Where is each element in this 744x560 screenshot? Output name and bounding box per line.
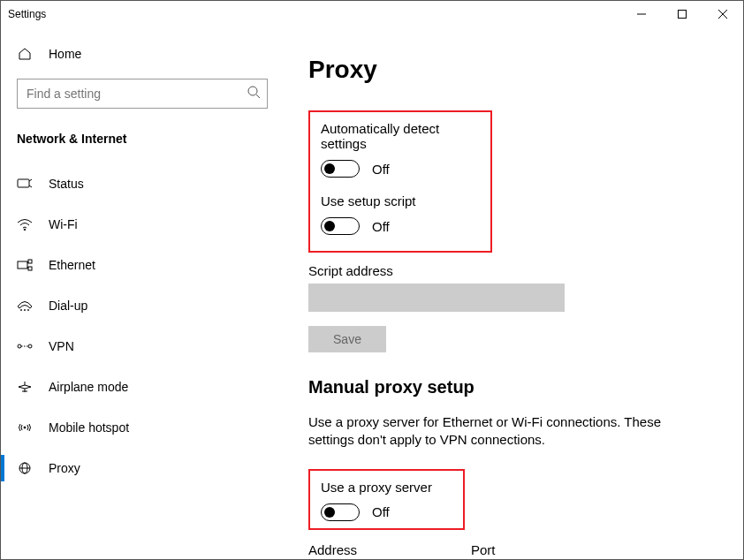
maximize-button[interactable]: [662, 1, 702, 27]
home-label: Home: [49, 47, 81, 61]
svg-rect-10: [18, 261, 27, 269]
window-controls: [621, 1, 743, 27]
nav-label: VPN: [49, 339, 74, 353]
section-title: Network & Internet: [1, 125, 284, 158]
svg-point-16: [25, 310, 26, 311]
content-pane: Proxy Automatically detect settings Off …: [284, 27, 743, 559]
use-proxy-state: Off: [372, 504, 390, 519]
status-icon: [17, 178, 33, 190]
use-proxy-toggle[interactable]: [321, 503, 360, 521]
svg-rect-6: [18, 179, 29, 187]
svg-point-19: [28, 344, 32, 348]
svg-line-5: [256, 95, 260, 98]
search-input[interactable]: [17, 79, 268, 109]
page-title: Proxy: [308, 56, 718, 84]
maximize-icon: [678, 10, 687, 19]
manual-heading: Manual proxy setup: [308, 377, 718, 397]
nav-label: Airplane mode: [49, 380, 128, 394]
search-wrap: [17, 79, 268, 109]
sidebar-item-status[interactable]: Status: [1, 163, 284, 204]
svg-point-18: [18, 344, 21, 348]
sidebar-item-ethernet[interactable]: Ethernet: [1, 245, 284, 285]
proxy-icon: [17, 462, 33, 474]
close-icon: [718, 10, 727, 19]
titlebar: Settings: [1, 1, 743, 27]
svg-point-21: [24, 427, 26, 428]
port-label: Port: [471, 542, 533, 557]
svg-point-17: [28, 310, 29, 311]
sidebar-item-proxy[interactable]: Proxy: [1, 448, 284, 488]
setup-script-toggle[interactable]: [321, 217, 360, 235]
sidebar-item-hotspot[interactable]: Mobile hotspot: [1, 407, 284, 448]
address-label: Address: [308, 542, 441, 557]
manual-description: Use a proxy server for Ethernet or Wi-Fi…: [308, 413, 697, 450]
script-address-input[interactable]: [308, 284, 565, 312]
svg-point-9: [24, 229, 26, 231]
nav-label: Mobile hotspot: [49, 420, 129, 435]
sidebar: Home Network & Internet Status Wi-Fi: [1, 27, 284, 559]
close-button[interactable]: [702, 1, 743, 27]
auto-detect-state: Off: [372, 162, 390, 177]
wifi-icon: [17, 218, 33, 231]
svg-point-4: [248, 87, 257, 95]
auto-detect-toggle[interactable]: [321, 160, 360, 178]
sidebar-item-airplane[interactable]: Airplane mode: [1, 367, 284, 407]
sidebar-item-vpn[interactable]: VPN: [1, 326, 284, 367]
dialup-icon: [17, 299, 33, 312]
nav-label: Ethernet: [49, 258, 95, 272]
nav-label: Proxy: [49, 461, 80, 475]
nav-label: Wi-Fi: [49, 217, 78, 231]
airplane-icon: [17, 381, 33, 393]
home-icon: [17, 47, 33, 61]
hotspot-icon: [17, 421, 33, 434]
svg-point-15: [21, 310, 22, 311]
minimize-button[interactable]: [621, 1, 662, 27]
nav-label: Status: [49, 177, 84, 191]
svg-rect-11: [28, 260, 32, 263]
vpn-icon: [17, 340, 33, 352]
nav-list: Status Wi-Fi Ethernet Dial-up VPN: [1, 163, 284, 488]
script-address-label: Script address: [308, 263, 718, 278]
use-proxy-label: Use a proxy server: [321, 480, 452, 495]
nav-label: Dial-up: [49, 299, 87, 313]
ethernet-icon: [17, 259, 33, 271]
sidebar-item-wifi[interactable]: Wi-Fi: [1, 204, 284, 245]
highlight-proxy-server: Use a proxy server Off: [308, 469, 465, 530]
search-icon: [247, 85, 261, 102]
settings-window: Settings Home: [0, 0, 744, 560]
window-title: Settings: [8, 8, 46, 20]
sidebar-item-dialup[interactable]: Dial-up: [1, 285, 284, 326]
svg-rect-1: [679, 11, 687, 19]
save-button[interactable]: Save: [308, 326, 386, 352]
auto-detect-label: Automatically detect settings: [321, 121, 480, 151]
home-link[interactable]: Home: [1, 40, 284, 68]
svg-rect-12: [28, 267, 32, 270]
setup-script-state: Off: [372, 219, 390, 234]
highlight-auto-setup: Automatically detect settings Off Use se…: [308, 110, 492, 253]
minimize-icon: [637, 10, 646, 19]
setup-script-label: Use setup script: [321, 193, 480, 208]
